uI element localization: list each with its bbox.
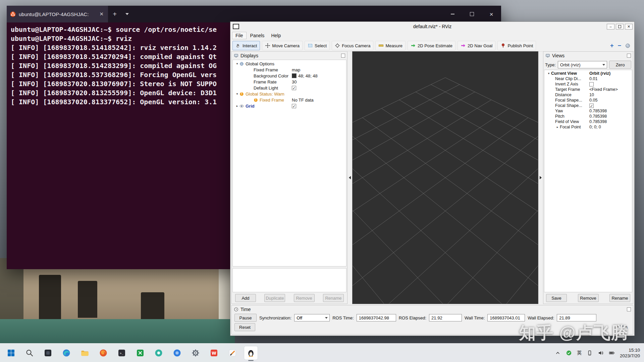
property-value[interactable]: ✓ [292,86,296,90]
tree-row-near-clip-di[interactable]: Near Clip Di...0.01 [544,76,632,81]
panel-dock-button[interactable] [341,54,345,58]
taskbar-start-icon[interactable] [4,346,18,360]
taskbar-firefox-icon[interactable] [96,346,110,360]
remove-button[interactable]: Remove [578,294,599,302]
save-button[interactable]: Save [546,294,567,302]
property-value[interactable]: No TF data [292,98,314,103]
checkbox-checked[interactable]: ✓ [589,104,594,108]
time-panel-header[interactable]: Time [232,305,633,313]
toolbar-move-camera[interactable]: Move Camera [262,41,303,50]
taskbar-app-teal-icon[interactable] [152,346,166,360]
taskbar-clock[interactable]: 15:10 2023/7/20 [620,347,640,359]
expand-closed-icon[interactable]: ▸ [235,104,239,108]
toolbar-select[interactable]: Select [305,41,330,50]
add-tool-icon[interactable]: + [610,43,614,49]
property-value[interactable]: 0.785398 [589,114,607,119]
sync-combobox[interactable]: Off [294,314,330,321]
taskbar-edge-browser-icon[interactable] [59,346,73,360]
tree-row-yaw[interactable]: Yaw0.785398 [544,108,632,114]
ros-elapsed-field[interactable]: 21.92 [429,314,462,321]
taskbar-search-icon[interactable] [22,346,37,360]
rviz-minimize-button[interactable]: – [607,24,614,29]
panel-dock-button[interactable] [627,54,631,58]
terminal-minimize-button[interactable] [443,6,462,22]
property-value[interactable]: ✓ [292,104,296,108]
rviz-titlebar[interactable]: default.rviz* - RViz – ✕ [230,22,634,31]
checkbox-unchecked[interactable] [589,82,594,86]
toolbar-2d-pose-estimate[interactable]: 2D Pose Estimate [408,41,455,50]
toolbar-publish-point[interactable]: Publish Point [497,41,536,50]
checkbox-checked[interactable]: ✓ [292,86,296,90]
checkbox-checked[interactable]: ✓ [292,104,296,108]
rviz-maximize-button[interactable] [616,24,624,29]
view-type-combobox[interactable]: Orbit (rviz) [558,61,607,68]
toolbar-2d-nav-goal[interactable]: 2D Nav Goal [458,41,495,50]
property-value[interactable]: 48; 48; 48 [292,73,318,78]
taskbar-app-blue-icon[interactable] [170,346,184,360]
tree-row-invert-z-axis[interactable]: Invert Z Axis [544,81,632,87]
ime-indicator[interactable]: 英 [577,350,582,356]
property-value[interactable]: <Fixed Frame> [589,87,618,92]
expand-closed-icon[interactable]: ▸ [555,125,560,129]
menu-panels[interactable]: Panels [247,32,268,39]
tree-row-pitch[interactable]: Pitch0.785398 [544,114,632,119]
terminal-tab[interactable]: ubuntu@LAPTOP-4AGSHJAC: ✕ [7,6,108,22]
expand-open-icon[interactable]: ▾ [235,92,239,96]
tree-row-field-of-view[interactable]: Field of View0.785398 [544,119,632,124]
pause-button[interactable]: Pause [234,314,257,322]
displays-panel-header[interactable]: Displays [232,52,347,60]
tree-row-target-frame[interactable]: Target Frame<Fixed Frame> [544,87,632,92]
right-panel-collapse-handle[interactable] [538,51,543,304]
property-value[interactable] [589,82,594,86]
taskbar-app-green-icon[interactable] [133,346,147,360]
reset-button[interactable]: Reset [234,323,255,331]
expand-open-icon[interactable]: ▾ [546,72,551,75]
menu-file[interactable]: File [232,32,247,39]
tray-battery-icon[interactable] [609,350,615,356]
property-value[interactable]: Orbit (rviz) [589,71,610,76]
toolbar-focus-camera[interactable]: Focus Camera [332,41,373,50]
tree-row-fixed-frame[interactable]: !Fixed FrameNo TF data [233,97,346,103]
tray-chevron-up-icon[interactable] [555,350,561,356]
tree-row-current-view[interactable]: ▾Current ViewOrbit (rviz) [544,71,632,76]
property-value[interactable]: 10 [589,93,594,97]
tree-row-focal-shape[interactable]: Focal Shape...0.05 [544,98,632,103]
rename-button[interactable]: Rename [609,294,630,302]
tray-volume-icon[interactable] [598,350,604,356]
property-value[interactable]: 0.05 [589,98,597,103]
terminal-maximize-button[interactable] [462,6,482,22]
remove-tool-icon[interactable]: − [618,43,621,49]
taskbar-task-view-icon[interactable] [41,346,55,360]
tray-antivirus-icon[interactable] [566,350,572,356]
tree-row-background-color[interactable]: Background Color48; 48; 48 [233,73,346,79]
tab-dropdown-button[interactable] [121,13,133,15]
property-value[interactable]: ✓ [589,104,594,108]
tree-row-fixed-frame[interactable]: Fixed Framemap [233,67,346,73]
add-button[interactable]: Add [235,294,256,302]
terminal-close-button[interactable]: × [482,6,501,22]
tree-row-global-status-warn[interactable]: ▾!Global Status: Warn [233,91,346,97]
property-value[interactable]: map [292,67,300,72]
tab-close-icon[interactable]: ✕ [98,11,105,17]
taskbar-linux-rviz-app-icon[interactable] [244,346,258,360]
tray-phone-link-icon[interactable] [587,350,593,356]
tree-row-focal-shape[interactable]: Focal Shape...✓ [544,103,632,108]
toolbar-measure[interactable]: Measure [375,41,406,50]
tree-row-distance[interactable]: Distance10 [544,92,632,98]
sphere-icon[interactable] [625,43,630,48]
toolbar-interact[interactable]: Interact [232,41,260,50]
3d-viewport[interactable] [352,51,538,304]
property-value[interactable]: 0.785398 [589,109,607,113]
tree-row-global-options[interactable]: ▾Global Options [233,61,346,67]
tree-row-grid[interactable]: ▸Grid✓ [233,103,346,109]
taskbar-whiteboard-app-icon[interactable] [225,346,239,360]
property-value[interactable]: 30 [292,79,297,84]
tree-row-frame-rate[interactable]: Frame Rate30 [233,79,346,85]
menu-help[interactable]: Help [268,32,284,39]
taskbar-settings-icon[interactable] [189,346,203,360]
zero-button[interactable]: Zero [609,61,631,69]
taskbar-file-explorer-icon[interactable] [78,346,92,360]
ros-time-field[interactable]: 1689837042.98 [357,314,396,321]
views-panel-header[interactable]: Views [543,52,633,60]
property-value[interactable]: 0; 0; 0 [589,125,601,129]
